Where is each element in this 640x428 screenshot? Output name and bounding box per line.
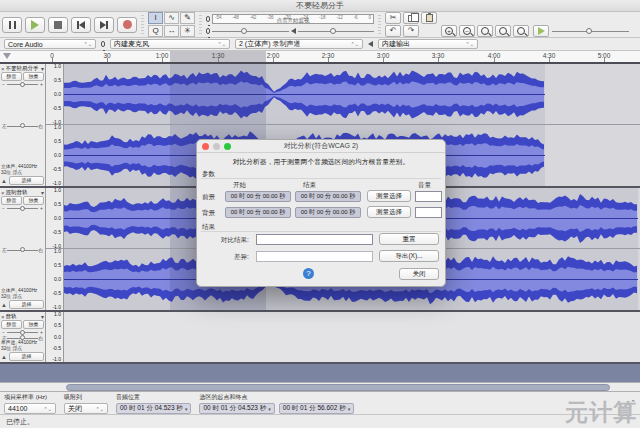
slider-knob[interactable] [20,206,25,211]
export-button[interactable]: 导出(X)... [379,250,439,262]
close-button[interactable]: 关闭 [399,268,439,280]
selection-end-field[interactable]: 00 时 01 分 56.602 秒▾ [279,403,354,414]
recording-device-select[interactable]: 内建麦克风⌃⌄ [110,39,230,49]
close-track-icon[interactable]: × [1,314,5,320]
slider-knob[interactable] [586,28,592,34]
close-track-icon[interactable]: × [1,66,5,72]
zoom-toggle-button[interactable] [513,25,529,37]
help-button[interactable]: ? [303,268,314,279]
solo-button[interactable]: 独奏 [23,320,44,329]
close-window-icon[interactable] [202,143,209,150]
project-rate-select[interactable]: 44100⌃⌄ [4,403,56,414]
background-end-time-field[interactable]: 00 时 00 分 00.00 秒 [295,207,361,218]
track-menu-icon[interactable]: ▾ [41,66,44,72]
scale-label: -0.5 [52,105,61,111]
vertical-scale[interactable]: 1.00.50.0-0.5-1.0 [46,312,64,362]
timeline-pointer[interactable] [3,53,11,59]
track-menu-icon[interactable]: ▾ [41,190,44,196]
selection-start-field[interactable]: 00 时 01 分 04.523 秒▾ [199,403,274,414]
stop-button[interactable] [48,17,68,33]
skip-start-button[interactable] [71,17,91,33]
measure-foreground-button[interactable]: 测量选择 [367,190,411,202]
horizontal-scrollbar[interactable] [0,382,640,392]
mute-button[interactable]: 静音 [1,196,22,205]
track-control-panel[interactable]: ×不要轻易分手▾静音独奏−+左右立体声, 44100Hz32位 浮点▲选择 [0,64,46,186]
zoom-out-button[interactable]: − [459,25,475,37]
background-start-time-field[interactable]: 00 时 00 分 00.00 秒 [225,207,291,218]
timeline-ruler[interactable]: 0301:001:302:002:303:003:304:004:305:00 [0,51,640,64]
foreground-end-time-field[interactable]: 00 时 00 分 00.00 秒 [295,191,361,202]
play-button[interactable] [25,17,45,33]
skip-end-button[interactable] [94,17,114,33]
recording-meter[interactable]: -54-48-42-36-30-24-18-12-60 点击开始监视 [212,14,374,24]
audio-host-select[interactable]: Core Audio⌃⌄ [4,39,96,49]
track-control-panel[interactable]: ×音轨▾静音独奏−+左右单声道, 44100Hz32位 浮点▲选择 [0,312,46,362]
close-track-icon[interactable]: × [1,190,5,196]
foreground-start-time-field[interactable]: 00 时 00 分 00.00 秒 [225,191,291,202]
scrollbar-thumb[interactable] [66,384,610,391]
envelope-tool-button[interactable]: ∿ [164,12,179,24]
mute-button[interactable]: 静音 [1,320,22,329]
pan-slider[interactable]: 左右 [1,123,44,165]
measure-background-button[interactable]: 测量选择 [367,206,411,218]
snap-to-select[interactable]: 关闭⌃⌄ [64,403,108,414]
playback-volume-slider[interactable] [298,27,375,35]
pan-slider[interactable]: 左右 [1,247,44,289]
pause-button[interactable] [2,17,22,33]
zoom-tool-button[interactable]: Q [148,25,163,37]
slider-knob[interactable] [20,123,25,128]
record-button[interactable] [117,17,137,33]
vertical-scale[interactable]: 1.00.50.0-0.5-1.0 [46,249,64,310]
zoom-in-button[interactable]: + [441,25,457,37]
pan-slider[interactable]: 左右 [1,335,44,341]
cut-button[interactable]: ✂ [385,12,401,24]
waveform-area[interactable] [64,64,640,124]
slider-knob[interactable] [241,28,247,34]
vertical-scale[interactable]: 1.00.50.0-0.5-1.0 [46,64,64,124]
slider-knob[interactable] [330,28,336,34]
reset-button[interactable]: 重置 [379,233,439,245]
draw-tool-button[interactable]: ✎ [180,12,195,24]
collapse-track-icon[interactable]: ▲ [1,178,7,184]
gain-slider[interactable]: −+ [1,81,44,123]
track-menu-icon[interactable]: ▾ [41,314,44,320]
track-select-button[interactable]: 选择 [9,176,44,185]
track-select-button[interactable]: 选择 [9,352,44,361]
vertical-scale[interactable]: 1.00.50.0-0.5-1.0 [46,188,64,248]
track-control-panel[interactable]: ×混制音轨▾静音独奏−+左右立体声, 44100Hz32位 浮点▲选择 [0,188,46,310]
zoom-window-icon[interactable] [224,143,231,150]
redo-button[interactable]: ↷ [403,25,419,37]
playback-device-select[interactable]: 内建输出⌃⌄ [378,39,478,49]
fit-selection-button[interactable] [477,25,493,37]
toolbar-grip[interactable] [141,15,144,35]
monitor-text[interactable]: 点击开始监视 [213,17,373,23]
toolbar-grip[interactable] [199,15,202,35]
slider-knob[interactable] [20,82,25,87]
multi-tool-button[interactable]: ✳ [180,25,195,37]
recording-volume-slider[interactable] [212,27,289,35]
play-speed-slider[interactable] [552,27,629,35]
play-at-speed-button[interactable] [533,25,549,37]
vertical-scale[interactable]: 1.00.50.0-0.5-1.0 [46,125,64,186]
waveform-area[interactable] [64,312,640,362]
gain-slider[interactable]: −+ [1,205,44,247]
paste-button[interactable] [421,12,437,24]
selection-tool-button[interactable]: I [148,12,163,24]
collapse-track-icon[interactable]: ▲ [1,354,7,360]
solo-button[interactable]: 独奏 [23,196,44,205]
fit-project-button[interactable] [495,25,511,37]
toolbar-grip[interactable] [378,15,381,35]
slider-knob[interactable] [20,335,25,340]
timeshift-tool-button[interactable]: ↔ [164,25,179,37]
dialog-titlebar[interactable]: 对比分析(符合WCAG 2) [197,140,445,153]
undo-button[interactable]: ↶ [385,25,401,37]
copy-button[interactable] [403,12,419,24]
mute-button[interactable]: 静音 [1,72,22,81]
minimize-window-icon[interactable] [213,143,220,150]
track-select-button[interactable]: 选择 [9,300,44,309]
slider-knob[interactable] [20,247,25,252]
recording-channels-select[interactable]: 2 (立体声) 录制声道⌃⌄ [235,39,363,49]
solo-button[interactable]: 独奏 [23,72,44,81]
collapse-track-icon[interactable]: ▲ [1,302,7,308]
audio-position-field[interactable]: 00 时 01 分 04.523 秒▾ [116,403,191,414]
